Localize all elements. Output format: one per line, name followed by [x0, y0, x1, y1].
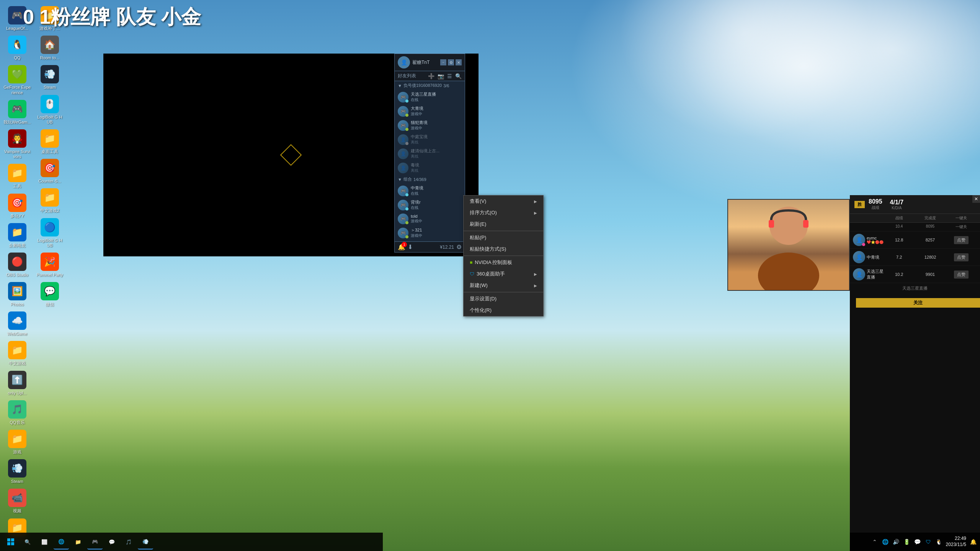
- icon-wechat-game[interactable]: 🎮我玩WeGam...: [2, 98, 33, 127]
- tray-360-icon[interactable]: 🛡: [924, 538, 932, 546]
- friend-item-2[interactable]: 🎮 大青境 游戏中: [395, 104, 465, 118]
- arrow-icon-new: ▶: [534, 284, 537, 288]
- task-view-btn[interactable]: ⬜: [37, 534, 52, 549]
- tray-volume-icon[interactable]: 🔊: [892, 538, 900, 546]
- download-icon[interactable]: ⬇: [408, 243, 413, 251]
- icon-geforce[interactable]: 💚GeForce Experience: [2, 63, 33, 97]
- friend-name-g2-2: 背境r: [411, 199, 462, 205]
- system-clock[interactable]: 22:49 2023/11/5: [946, 536, 966, 548]
- icon-logitechg-img: 🖱️: [41, 95, 59, 113]
- viewer-1-point-btn[interactable]: 点赞: [954, 236, 969, 244]
- context-paste-label: 粘贴(P): [470, 234, 486, 241]
- streamer-close-btn[interactable]: ✕: [972, 195, 980, 203]
- friend-status-6: 离线: [411, 168, 462, 173]
- streamer-header: 胜 8095 战绩 4/1/7 K/D/A: [850, 195, 980, 214]
- context-refresh[interactable]: 刷新(E): [464, 218, 543, 230]
- icon-onedrive[interactable]: ☁️WebGame: [2, 309, 33, 339]
- icon-qq2[interactable]: 🎵QQ音乐: [2, 398, 33, 427]
- icon-folder2[interactable]: 📁企鹅电竞: [2, 221, 33, 250]
- friend-group-2-header[interactable]: ▼ 组合 14/369: [395, 175, 465, 184]
- notification-center-icon[interactable]: 🔔: [969, 538, 977, 546]
- context-360[interactable]: 🛡 360桌面助手 ▶: [464, 268, 543, 280]
- edge-btn[interactable]: 🌐: [54, 534, 69, 549]
- friend-item-g2-3[interactable]: 🎮 told 游戏中: [395, 212, 465, 226]
- svg-rect-7: [11, 542, 14, 545]
- icon-pummel[interactable]: 🎉Pummel Party: [34, 250, 65, 280]
- icon-roomtools[interactable]: 🏠Room to...: [34, 33, 65, 63]
- icon-photo-img: 🖼️: [8, 282, 26, 300]
- friend-item-3[interactable]: 🎮 猫犯青境 游戏中: [395, 118, 465, 132]
- tray-battery-icon[interactable]: 🔋: [903, 538, 911, 546]
- gear-icon[interactable]: ⚙: [456, 243, 462, 251]
- photos-icon[interactable]: 📷: [438, 73, 444, 79]
- list-icon[interactable]: ☰: [447, 73, 452, 79]
- icon-logitechg[interactable]: 🖱️LogiBoilt G HUB: [34, 93, 65, 127]
- context-view[interactable]: 查看(V) ▶: [464, 196, 543, 207]
- icon-vampire[interactable]: 🧛Vampire Survivors: [2, 127, 33, 161]
- friend-item-g2-2[interactable]: 🎮 背境r 在线: [395, 198, 465, 212]
- music-btn[interactable]: 🎵: [121, 534, 136, 549]
- icon-folder3[interactable]: 📁中文游戏: [2, 339, 33, 368]
- friends-scroll-area[interactable]: ▼ 负号债19160876920 3/6 🎮 天选三星直播 在线 🎮 大青境: [395, 81, 465, 252]
- icon-obs-img: 🔴: [8, 253, 26, 271]
- chat-btn[interactable]: 💬: [104, 534, 119, 549]
- icon-steam2[interactable]: 💨Steam: [34, 63, 65, 92]
- explorer-btn[interactable]: 📁: [70, 534, 86, 549]
- friend-item-g2-1[interactable]: 🎮 中青境 在线: [395, 184, 465, 198]
- tray-network-icon[interactable]: 🌐: [882, 538, 889, 546]
- icon-folder8[interactable]: 📁中文游戏2: [34, 186, 65, 215]
- start-button[interactable]: [3, 534, 18, 549]
- icon-folder4-img: 📁: [8, 430, 26, 448]
- context-display[interactable]: 显示设置(D): [464, 293, 543, 305]
- friend-item-4[interactable]: 👤 中庭宝境 离线: [395, 132, 465, 147]
- viewer-3-point-btn[interactable]: 点赞: [954, 271, 969, 279]
- icon-games-sc[interactable]: 🎯Counter-S...: [34, 156, 65, 186]
- icon-folder7[interactable]: 📁桌面工具: [34, 127, 65, 156]
- icon-obs[interactable]: 🔴OBS Studio: [2, 250, 33, 280]
- steam-taskbar-btn[interactable]: 💨: [138, 534, 153, 549]
- icon-wechat[interactable]: 💬微信: [34, 280, 65, 309]
- game-btn-1[interactable]: 🎮: [87, 534, 103, 549]
- add-friend-icon[interactable]: ➕: [428, 73, 434, 79]
- friend-name-g2-1: 中青境: [411, 185, 462, 191]
- context-paste[interactable]: 粘贴(P): [464, 232, 543, 243]
- context-personalize[interactable]: 个性化(R): [464, 305, 543, 316]
- friend-item-6[interactable]: 👤 毒境 离线: [395, 161, 465, 175]
- friend-item-5[interactable]: 👤 建清仙境上古... 离线: [395, 147, 465, 161]
- icon-folder1-label: 工具: [13, 184, 21, 189]
- icon-photo[interactable]: 🖼️Photos: [2, 280, 33, 309]
- icon-logiciel[interactable]: 🔵LogiBoilt G HUB: [34, 216, 65, 250]
- viewer-1-avatar: 👤: [853, 234, 865, 246]
- steam-settings-btn[interactable]: ⚙: [448, 59, 454, 65]
- steam-close-btn[interactable]: ✕: [456, 59, 462, 65]
- icon-onedrive-label: WebGame: [7, 331, 27, 336]
- search-taskbar-btn[interactable]: 🔍: [20, 534, 35, 549]
- context-new[interactable]: 新建(W) ▶: [464, 280, 543, 291]
- friend-item-g2-4[interactable]: 🎮 ＞321 游戏中: [395, 226, 465, 240]
- icon-wpf[interactable]: 🎯多玩YY: [2, 191, 33, 221]
- friend-item-1[interactable]: 🎮 天选三星直播 在线: [395, 90, 465, 104]
- tray-chat-icon[interactable]: 💬: [914, 538, 921, 546]
- viewer-2-point-btn[interactable]: 点赞: [954, 253, 969, 261]
- steam-minimize-btn[interactable]: －: [440, 59, 446, 65]
- icon-folder4[interactable]: 📁游戏: [2, 427, 33, 457]
- sub-header-10: 10.4: [884, 224, 915, 230]
- col-header-score: 战绩: [884, 215, 915, 221]
- icon-folder1[interactable]: 📁工具: [2, 161, 33, 191]
- tray-qq-icon[interactable]: 🐧: [935, 538, 943, 546]
- friend-avatar-g2-2: 🎮: [398, 200, 408, 210]
- icon-folder3-img: 📁: [8, 341, 26, 359]
- context-sort[interactable]: 排序方式(O) ▶: [464, 207, 543, 218]
- friend-group-1-header[interactable]: ▼ 负号债19160876920 3/6: [395, 81, 465, 90]
- context-paste-shortcut[interactable]: 粘贴快捷方式(S): [464, 243, 543, 255]
- icon-steam[interactable]: 💨Steam: [2, 457, 33, 486]
- icon-qq1[interactable]: 🐧QQ: [2, 33, 33, 63]
- search-icon[interactable]: 🔍: [455, 73, 462, 79]
- icon-pummel-img: 🎉: [41, 253, 59, 271]
- follow-button[interactable]: 关注: [856, 298, 980, 308]
- icon-onlyup[interactable]: ⬆️only Upl...: [2, 368, 33, 398]
- context-nvidia[interactable]: ■ NVIDIA 控制面板: [464, 257, 543, 268]
- tray-chevron-icon[interactable]: ⌃: [871, 538, 879, 546]
- icon-games-sc-img: 🎯: [41, 159, 59, 177]
- icon-video[interactable]: 📹视频: [2, 486, 33, 516]
